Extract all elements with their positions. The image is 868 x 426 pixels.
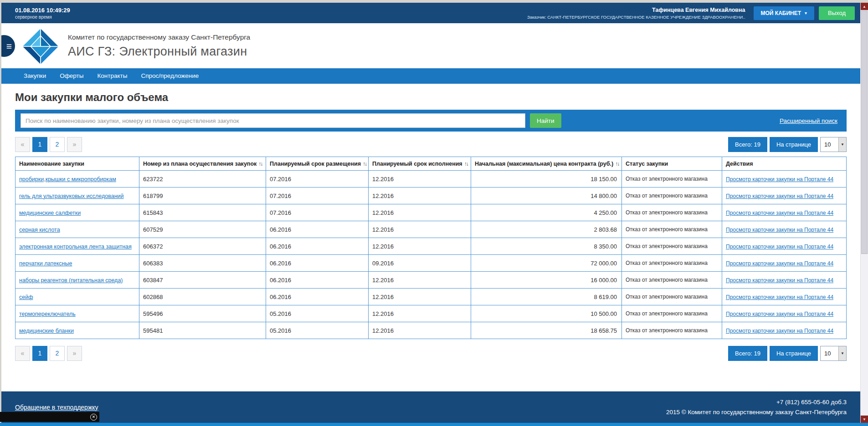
placement-date-cell: 05.2016 [266, 305, 369, 322]
status-cell: Отказ от электронного магазина [622, 289, 722, 305]
scroll-up-button[interactable]: ▲ [861, 3, 868, 10]
select-arrow-icon: ▼ [838, 137, 846, 152]
view-card-link[interactable]: Просмотр карточки закупки на Портале 44 [726, 210, 833, 216]
purchase-name-link[interactable]: серная кислота [19, 227, 60, 233]
purchase-name-link[interactable]: гель для ультразвуковых исследований [19, 193, 124, 199]
price-cell: 18 658.75 [471, 322, 622, 339]
footer-phone: +7 (812) 655-05-60 доб.3 [666, 397, 847, 407]
site-footer: Обращение в техподдержку +7 (812) 655-05… [1, 391, 860, 423]
sort-icon[interactable]: ↑↓ [615, 161, 619, 167]
view-card-link[interactable]: Просмотр карточки закупки на Портале 44 [726, 176, 833, 183]
page-first-button[interactable]: « [15, 137, 30, 152]
hamburger-icon: ≡ [6, 41, 12, 51]
view-card-link[interactable]: Просмотр карточки закупки на Портале 44 [726, 328, 833, 334]
plan-number-cell: 615843 [139, 204, 266, 221]
server-time-label: серверное время [15, 15, 70, 20]
page-last-button[interactable]: » [67, 346, 82, 361]
placement-date-cell: 05.2016 [266, 322, 369, 339]
purchase-name-link[interactable]: перчатки латексные [19, 260, 72, 267]
my-cabinet-button[interactable]: МОЙ КАБИНЕТ ▾ [754, 6, 815, 20]
browser-status-bar: ✕ [0, 412, 99, 422]
user-block: Тафинцева Евгения Михайловна Заказчик: С… [527, 7, 745, 20]
col-actions: Действия [722, 157, 847, 171]
total-count-badge: Всего: 19 [728, 346, 767, 361]
plan-number-cell: 603847 [139, 272, 266, 289]
purchase-name-link[interactable]: наборы реагентов (питательная среда) [19, 277, 123, 284]
sort-icon[interactable]: ↑↓ [258, 161, 262, 167]
col-placement-date: Планируемый срок размещения ↑↓ [266, 157, 369, 171]
placement-date-cell: 06.2016 [266, 272, 369, 289]
support-link[interactable]: Обращение в техподдержку [15, 404, 98, 411]
view-card-link[interactable]: Просмотр карточки закупки на Портале 44 [726, 277, 833, 284]
close-icon[interactable]: ✕ [90, 414, 97, 421]
page-last-button[interactable]: » [67, 137, 82, 152]
scroll-up-icon: ▲ [863, 5, 866, 9]
view-card-link[interactable]: Просмотр карточки закупки на Портале 44 [726, 227, 833, 233]
pagination-bottom: « 1 2 » [15, 346, 82, 361]
table-row: перчатки латексные 606383 06.2016 09.201… [15, 255, 847, 272]
page-first-button[interactable]: « [15, 346, 30, 361]
page-title: Мои закупки малого объема [15, 91, 847, 104]
price-cell: 72 000.00 [471, 255, 622, 272]
purchase-name-link[interactable]: электронная контрольная лента защитная [19, 243, 132, 250]
price-cell: 8 619.00 [471, 289, 622, 305]
toolbar-bottom-right: Всего: 19 На странице 10 ▼ [728, 346, 847, 361]
purchase-name-link[interactable]: пробирки,крышки с микропробиркам [19, 176, 116, 183]
menu-button[interactable]: ≡ [1, 35, 15, 57]
view-card-link[interactable]: Просмотр карточки закупки на Портале 44 [726, 243, 833, 250]
nav-item-offers[interactable]: Оферты [53, 68, 90, 84]
scrollbar-thumb[interactable] [861, 10, 868, 254]
placement-date-cell: 07.2016 [266, 204, 369, 221]
logout-button[interactable]: Выход [819, 6, 855, 20]
main-content: Мои закупки малого объема Найти Расширен… [1, 84, 860, 391]
nav-item-contracts[interactable]: Контракты [90, 68, 134, 84]
top-bar-right: Тафинцева Евгения Михайловна Заказчик: С… [527, 6, 857, 20]
plan-number-cell: 618799 [139, 188, 266, 204]
view-card-link[interactable]: Просмотр карточки закупки на Портале 44 [726, 260, 833, 267]
status-cell: Отказ от электронного магазина [622, 238, 722, 255]
page-2-button[interactable]: 2 [50, 137, 65, 152]
pagination-top: « 1 2 » [15, 137, 82, 152]
scroll-down-button[interactable]: ▼ [861, 416, 868, 423]
table-row: термопереключатель 595496 05.2016 12.201… [15, 305, 847, 322]
purchase-name-link[interactable]: термопереключатель [19, 311, 76, 317]
page-1-button[interactable]: 1 [32, 346, 47, 361]
user-name: Тафинцева Евгения Михайловна [527, 7, 745, 13]
search-input[interactable] [21, 113, 525, 128]
view-card-link[interactable]: Просмотр карточки закупки на Портале 44 [726, 311, 833, 317]
table-header: Наименование закупки Номер из плана осущ… [15, 157, 847, 171]
purchase-name-link[interactable]: сейф [19, 294, 33, 300]
sort-icon[interactable]: ↑↓ [464, 161, 468, 167]
view-card-link[interactable]: Просмотр карточки закупки на Портале 44 [726, 294, 833, 300]
page-1-button[interactable]: 1 [32, 137, 47, 152]
table-row: сейф 602868 06.2016 12.2016 8 619.00 Отк… [15, 289, 847, 305]
per-page-select[interactable]: 10 ▼ [820, 346, 847, 361]
col-status: Статус закупки [622, 157, 722, 171]
table-row: медицинские бланки 595481 05.2016 12.201… [15, 322, 847, 339]
execution-date-cell: 12.2016 [369, 289, 471, 305]
status-cell: Отказ от электронного магазина [622, 255, 722, 272]
table-row: медицинские салфетки 615843 07.2016 12.2… [15, 204, 847, 221]
table-row: электронная контрольная лента защитная 6… [15, 238, 847, 255]
vertical-scrollbar[interactable]: ▲ ▼ [860, 3, 868, 423]
advanced-search-link[interactable]: Расширенный поиск [780, 117, 837, 124]
page-2-button[interactable]: 2 [50, 346, 65, 361]
server-datetime: 01.08.2016 10:49:29 [15, 7, 70, 14]
col-price: Начальная (максимальная) цена контракта … [471, 157, 622, 171]
nav-item-demand[interactable]: Спрос/предложение [134, 68, 205, 84]
purchase-name-link[interactable]: медицинские салфетки [19, 210, 81, 216]
per-page-value: 10 [821, 137, 838, 152]
price-cell: 8 350.00 [471, 238, 622, 255]
status-cell: Отказ от электронного магазина [622, 322, 722, 339]
view-card-link[interactable]: Просмотр карточки закупки на Портале 44 [726, 193, 833, 199]
search-button[interactable]: Найти [530, 113, 561, 128]
per-page-select[interactable]: 10 ▼ [820, 137, 847, 152]
sort-icon[interactable]: ↑↓ [363, 161, 366, 167]
purchase-name-link[interactable]: медицинские бланки [19, 328, 74, 334]
price-cell: 16 000.00 [471, 272, 622, 289]
status-cell: Отказ от электронного магазина [622, 221, 722, 238]
placement-date-cell: 06.2016 [266, 238, 369, 255]
per-page-value: 10 [821, 346, 838, 360]
nav-item-purchases[interactable]: Закупки [17, 68, 53, 84]
toolbar-top-right: Всего: 19 На странице 10 ▼ [728, 137, 847, 152]
